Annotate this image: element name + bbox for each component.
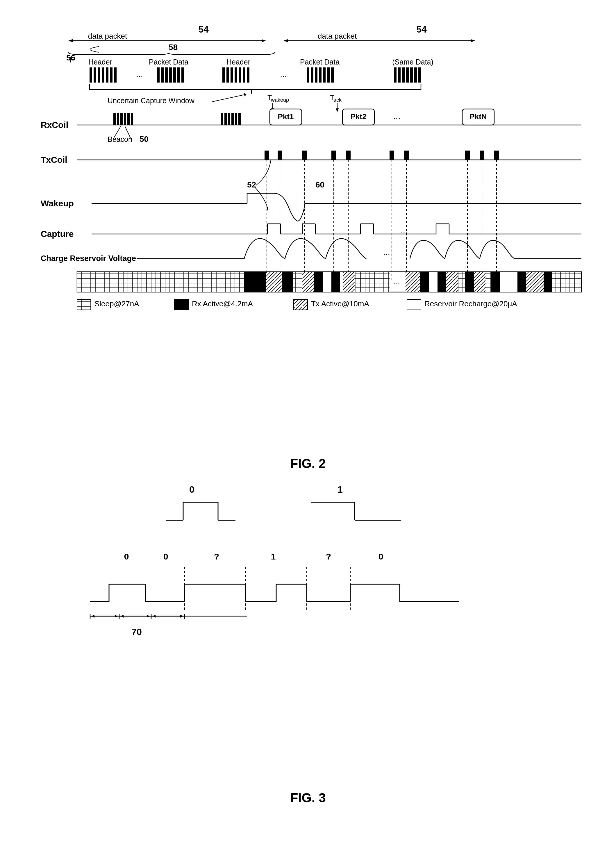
svg-rect-52 [406,67,409,82]
svg-text:PktN: PktN [470,112,487,121]
svg-text:...: ... [394,277,400,286]
svg-text:data packet: data packet [88,32,128,40]
svg-rect-101 [465,151,470,160]
svg-rect-54 [414,67,417,82]
svg-rect-158 [282,272,293,292]
fig2-diagram: 54 54 data packet data packet 58 56 [23,17,593,454]
svg-rect-37 [235,67,237,82]
svg-text:52: 52 [247,180,256,189]
svg-marker-239 [152,615,156,618]
svg-text:wakeup: wakeup [271,97,289,103]
svg-text:50: 50 [140,135,149,144]
svg-rect-167 [406,272,420,292]
svg-rect-44 [315,67,317,82]
svg-marker-240 [180,615,183,618]
svg-rect-171 [446,272,458,292]
svg-text:Packet Data: Packet Data [300,58,339,66]
svg-rect-156 [244,272,266,292]
svg-text:Tx Active@10mA: Tx Active@10mA [311,299,369,308]
fig2-label: FIG. 2 [23,456,593,471]
svg-rect-172 [458,272,465,292]
svg-rect-180 [544,272,552,292]
svg-rect-47 [327,67,330,82]
svg-text:0: 0 [163,552,168,561]
svg-rect-170 [437,272,446,292]
svg-marker-66 [336,109,339,112]
svg-rect-169 [429,272,437,292]
svg-rect-160 [302,272,314,292]
svg-text:?: ? [326,552,331,561]
svg-rect-161 [314,272,323,292]
svg-text:Capture: Capture [41,229,73,239]
svg-text:data packet: data packet [318,32,357,40]
svg-rect-100 [404,151,409,160]
svg-text:60: 60 [316,180,324,189]
svg-rect-20 [93,67,96,82]
svg-text:0: 0 [378,552,383,561]
svg-rect-70 [117,113,119,125]
svg-text:RxCoil: RxCoil [41,120,68,130]
svg-rect-34 [222,67,225,82]
svg-rect-178 [518,272,526,292]
svg-rect-103 [494,151,499,160]
svg-rect-55 [418,67,421,82]
svg-rect-35 [226,67,229,82]
svg-text:54: 54 [198,24,209,34]
svg-text:Charge Reservoir Voltage: Charge Reservoir Voltage [41,254,136,263]
svg-rect-73 [128,113,130,125]
svg-rect-102 [480,151,484,160]
svg-rect-50 [398,67,401,82]
svg-rect-33 [181,67,184,82]
page: 54 54 data packet data packet 58 56 [0,0,616,858]
svg-rect-94 [264,151,269,160]
svg-text:70: 70 [131,626,142,637]
svg-line-57 [212,95,244,102]
svg-rect-25 [114,67,117,82]
svg-text:Header: Header [226,58,250,66]
svg-text:58: 58 [169,43,177,52]
svg-text:...: ... [393,111,400,121]
svg-rect-78 [232,113,234,125]
svg-rect-175 [485,272,491,292]
svg-text:1: 1 [338,484,343,495]
svg-text:Beacon: Beacon [107,135,132,143]
svg-text:...: ... [401,225,407,234]
svg-rect-72 [124,113,126,125]
svg-rect-31 [173,67,176,82]
svg-rect-80 [238,113,241,125]
svg-rect-53 [410,67,413,82]
svg-rect-19 [90,67,92,82]
svg-marker-4 [261,39,266,42]
svg-text:0: 0 [124,552,129,561]
svg-rect-164 [343,272,355,292]
svg-text:1: 1 [271,552,276,561]
svg-rect-27 [157,67,160,82]
svg-text:?: ? [214,552,219,561]
svg-rect-188 [407,299,421,310]
svg-rect-24 [110,67,112,82]
svg-text:Uncertain Capture Window: Uncertain Capture Window [107,96,195,105]
svg-rect-159 [293,272,302,292]
svg-rect-168 [420,272,429,292]
svg-rect-42 [307,67,309,82]
svg-rect-176 [491,272,500,292]
svg-rect-39 [243,67,245,82]
svg-rect-95 [278,151,282,160]
svg-text:Reservoir Recharge@20μA: Reservoir Recharge@20μA [425,299,518,308]
svg-text:TxCoil: TxCoil [41,155,67,165]
svg-rect-179 [526,272,544,292]
svg-rect-174 [474,272,485,292]
svg-rect-28 [161,67,164,82]
svg-rect-45 [319,67,322,82]
svg-rect-184 [174,299,188,310]
svg-rect-77 [228,113,230,125]
svg-text:ack: ack [333,97,342,103]
svg-marker-237 [121,615,124,618]
svg-rect-40 [247,67,249,82]
svg-text:...: ... [383,248,390,257]
svg-marker-8 [471,39,475,42]
svg-marker-236 [115,615,118,618]
svg-rect-163 [331,272,340,292]
svg-text:54: 54 [416,24,427,34]
svg-rect-74 [131,113,133,125]
